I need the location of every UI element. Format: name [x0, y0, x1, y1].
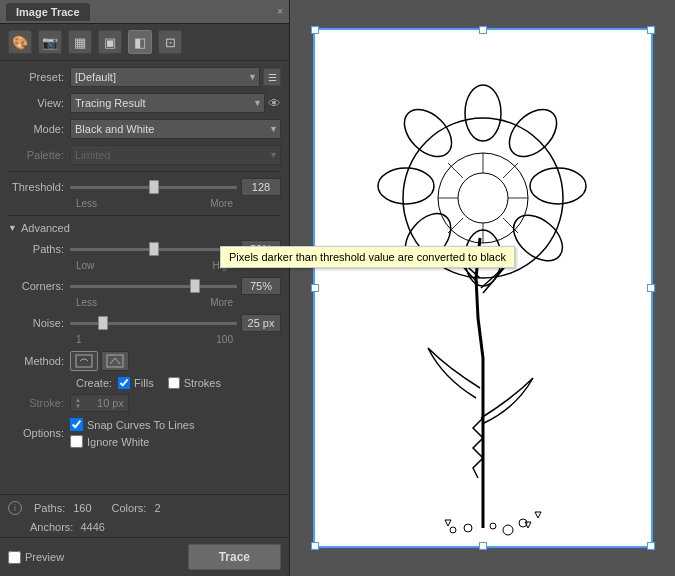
- advanced-label: Advanced: [21, 222, 70, 234]
- noise-hints: 1 100: [8, 334, 281, 345]
- anchors-value: 4446: [80, 521, 104, 533]
- strokes-checkbox[interactable]: [168, 377, 180, 389]
- selection-handle-bl[interactable]: [311, 542, 319, 550]
- stroke-spinner[interactable]: ▲ ▼: [75, 397, 81, 409]
- threshold-max-hint: More: [210, 198, 233, 209]
- fills-checkbox[interactable]: [118, 377, 130, 389]
- mode-row: Mode: Black and White ▼: [8, 119, 281, 139]
- snap-curves-checkbox[interactable]: [70, 418, 83, 431]
- preset-icons-row: 🎨 📷 ▦ ▣ ◧ ⊡: [0, 24, 289, 61]
- selection-handle-tr[interactable]: [647, 26, 655, 34]
- preset-select-wrapper: [Default] ▼: [70, 67, 260, 87]
- method-btn-1[interactable]: [70, 351, 98, 371]
- corners-row: Corners: 75%: [8, 277, 281, 295]
- auto-color-preset-btn[interactable]: 🎨: [8, 30, 32, 54]
- advanced-section-header[interactable]: ▼ Advanced: [8, 222, 281, 234]
- palette-row: Palette: Limited ▼: [8, 145, 281, 165]
- anchors-label: Anchors:: [30, 521, 73, 533]
- view-eye-icon[interactable]: 👁: [268, 96, 281, 111]
- panel-bottom: Preview Trace: [0, 537, 289, 576]
- fills-checkbox-label[interactable]: Fills: [118, 377, 154, 389]
- svg-point-22: [490, 523, 496, 529]
- svg-rect-1: [107, 355, 123, 367]
- preview-checkbox[interactable]: [8, 551, 21, 564]
- panel-close-btn[interactable]: ×: [277, 6, 283, 17]
- preset-row: Preset: [Default] ▼ ☰: [8, 67, 281, 87]
- bw-preset-btn[interactable]: ◧: [128, 30, 152, 54]
- stroke-label: Stroke:: [8, 397, 70, 409]
- artwork-container: [313, 28, 653, 548]
- threshold-slider-thumb[interactable]: [149, 180, 159, 194]
- threshold-slider-track[interactable]: [70, 180, 237, 194]
- threshold-label: Threshold:: [8, 181, 70, 193]
- ignore-white-checkbox[interactable]: [70, 435, 83, 448]
- paths-label: Paths:: [8, 243, 70, 255]
- paths-slider-track[interactable]: [70, 242, 237, 256]
- selection-handle-bm[interactable]: [479, 542, 487, 550]
- svg-point-3: [465, 85, 501, 141]
- selection-handle-tl[interactable]: [311, 26, 319, 34]
- high-color-preset-btn[interactable]: 📷: [38, 30, 62, 54]
- noise-row: Noise: 25 px: [8, 314, 281, 332]
- ignore-white-label[interactable]: Ignore White: [70, 435, 194, 448]
- svg-point-4: [500, 100, 565, 165]
- noise-value[interactable]: 25 px: [241, 314, 281, 332]
- corners-label: Corners:: [8, 280, 70, 292]
- selection-handle-br[interactable]: [647, 542, 655, 550]
- preview-text: Preview: [25, 551, 64, 563]
- snap-curves-label[interactable]: Snap Curves To Lines: [70, 418, 194, 431]
- canvas-area: [290, 0, 675, 576]
- svg-rect-0: [76, 355, 92, 367]
- svg-point-9: [378, 168, 434, 204]
- stroke-value-input[interactable]: [84, 397, 124, 409]
- noise-slider-track[interactable]: [70, 316, 237, 330]
- palette-label: Palette:: [8, 149, 70, 161]
- threshold-min-hint: Less: [76, 198, 97, 209]
- threshold-row: Threshold: 128: [8, 178, 281, 196]
- palette-select-wrapper: Limited ▼: [70, 145, 281, 165]
- paths-slider-thumb[interactable]: [149, 242, 159, 256]
- method-btn-group: [70, 351, 129, 371]
- palette-select[interactable]: Limited: [70, 145, 281, 165]
- svg-point-23: [503, 525, 513, 535]
- selection-handle-ml[interactable]: [311, 284, 319, 292]
- method-row: Method:: [8, 351, 281, 371]
- noise-min-hint: 1: [76, 334, 82, 345]
- create-label: Create:: [76, 377, 112, 389]
- mode-label: Mode:: [8, 123, 70, 135]
- svg-point-24: [450, 527, 456, 533]
- preview-label[interactable]: Preview: [8, 551, 64, 564]
- threshold-value[interactable]: 128: [241, 178, 281, 196]
- low-color-preset-btn[interactable]: ▦: [68, 30, 92, 54]
- noise-slider-thumb[interactable]: [98, 316, 108, 330]
- method-btn-2[interactable]: [101, 351, 129, 371]
- noise-max-hint: 100: [216, 334, 233, 345]
- svg-point-21: [464, 524, 472, 532]
- view-select[interactable]: Tracing Result: [70, 93, 265, 113]
- corners-slider-thumb[interactable]: [190, 279, 200, 293]
- view-row: View: Tracing Result ▼ 👁: [8, 93, 281, 113]
- threshold-tooltip: Pixels darker than threshold value are c…: [220, 246, 515, 268]
- grayscale-preset-btn[interactable]: ▣: [98, 30, 122, 54]
- info-row: i Paths: 160 Colors: 2: [0, 494, 289, 521]
- selection-handle-tm[interactable]: [479, 26, 487, 34]
- mode-select[interactable]: Black and White: [70, 119, 281, 139]
- corners-slider-track[interactable]: [70, 279, 237, 293]
- info-icon: i: [8, 501, 22, 515]
- svg-point-12: [458, 173, 508, 223]
- paths-min-hint: Low: [76, 260, 94, 271]
- anchors-info-row: Anchors: 4446: [0, 521, 289, 537]
- trace-button[interactable]: Trace: [188, 544, 281, 570]
- advanced-triangle-icon: ▼: [8, 223, 17, 233]
- preset-select[interactable]: [Default]: [70, 67, 260, 87]
- threshold-hints: Less More: [8, 198, 281, 209]
- preset-label: Preset:: [8, 71, 70, 83]
- corners-max-hint: More: [210, 297, 233, 308]
- corners-value[interactable]: 75%: [241, 277, 281, 295]
- mode-select-wrapper: Black and White ▼: [70, 119, 281, 139]
- outline-preset-btn[interactable]: ⊡: [158, 30, 182, 54]
- preset-menu-btn[interactable]: ☰: [263, 68, 281, 86]
- stroke-input-wrapper: ▲ ▼: [70, 394, 129, 412]
- strokes-checkbox-label[interactable]: Strokes: [168, 377, 221, 389]
- selection-handle-mr[interactable]: [647, 284, 655, 292]
